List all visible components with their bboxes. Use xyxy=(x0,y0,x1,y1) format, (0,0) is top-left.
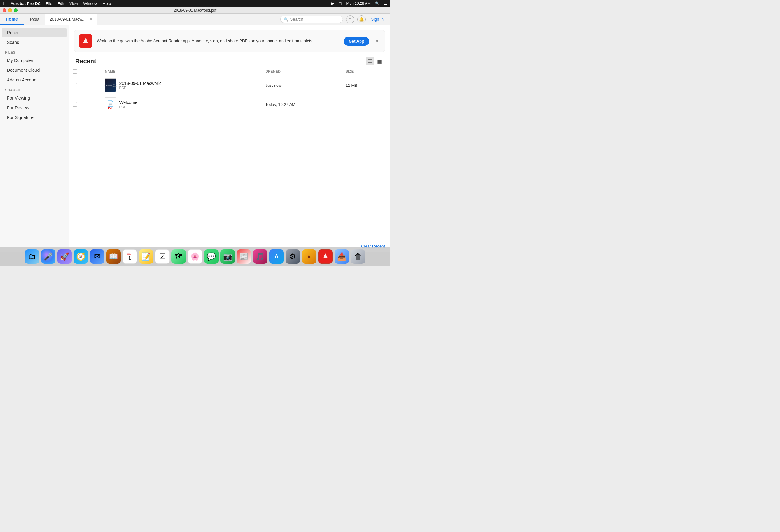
app-name: Acrobat Pro DC xyxy=(10,1,41,6)
col-header-size: SIZE xyxy=(342,67,390,76)
dock-item-siri[interactable]: 🎤 xyxy=(41,249,55,264)
dock-item-calendar[interactable]: OCT 1 xyxy=(123,249,137,264)
dock-item-downloads[interactable]: 📥 xyxy=(335,249,349,264)
dock-item-launchpad[interactable]: 🚀 xyxy=(57,249,72,264)
tabbar: Home Tools 2018-09-01 Macw... ✕ 🔍 ? 🔔 Si… xyxy=(0,14,390,25)
clock: Mon 10:28 AM xyxy=(346,1,371,6)
file-name: Welcome xyxy=(119,100,137,105)
menu-view[interactable]: View xyxy=(69,1,78,6)
dock-item-trash[interactable]: 🗑 xyxy=(351,249,365,264)
banner-acrobat-icon xyxy=(79,34,93,48)
select-all-checkbox[interactable] xyxy=(73,69,77,73)
recent-title: Recent xyxy=(75,58,96,65)
dock-item-finder[interactable]: 🗂 xyxy=(25,249,39,264)
sidebar-section-shared: SHARED xyxy=(0,85,69,93)
sidebar-item-document-cloud[interactable]: Document Cloud xyxy=(2,65,67,75)
file-name-cell: mac world APPLE WATCH 2018-09-01 Macworl… xyxy=(105,78,258,92)
close-file-tab-icon[interactable]: ✕ xyxy=(89,17,93,21)
dock-item-facetime[interactable]: 📷 xyxy=(221,249,235,264)
sidebar-item-recent[interactable]: Recent xyxy=(2,28,67,37)
dock-item-photos[interactable]: 🌸 xyxy=(188,249,202,264)
list-view-button[interactable]: ☰ xyxy=(366,57,374,65)
file-size: 11 MB xyxy=(342,76,390,95)
col-header-name: NAME xyxy=(101,67,261,76)
tab-home[interactable]: Home xyxy=(0,14,23,25)
dock-item-appstore[interactable]: A xyxy=(269,249,284,264)
dock-item-messages[interactable]: 💬 xyxy=(204,249,218,264)
file-type: PDF xyxy=(119,86,161,90)
titlebar: 2018-09-01 Macworld.pdf xyxy=(0,7,390,14)
apple-menu[interactable]:  xyxy=(2,1,4,6)
sidebar: Recent Scans FILES My Computer Document … xyxy=(0,25,69,252)
promo-banner: Work on the go with the Adobe Acrobat Re… xyxy=(74,30,385,52)
dock-item-news[interactable]: 📰 xyxy=(237,249,251,264)
sidebar-item-for-review[interactable]: For Review xyxy=(2,103,67,112)
file-name: 2018-09-01 Macworld xyxy=(119,81,161,86)
main-layout: Recent Scans FILES My Computer Document … xyxy=(0,25,390,252)
col-header-opened: OPENED xyxy=(261,67,342,76)
tab-tools[interactable]: Tools xyxy=(23,14,45,25)
dock-item-mail[interactable]: ✉ xyxy=(90,249,104,264)
sidebar-item-my-computer[interactable]: My Computer xyxy=(2,56,67,65)
sidebar-item-for-viewing[interactable]: For Viewing xyxy=(2,93,67,103)
menu-edit[interactable]: Edit xyxy=(57,1,64,6)
search-bar[interactable]: 🔍 xyxy=(280,16,343,23)
dock-item-notes[interactable]: 📝 xyxy=(139,249,153,264)
fullscreen-button[interactable] xyxy=(14,8,17,12)
files-table: NAME OPENED SIZE mac world APPLE WATCH 2… xyxy=(69,67,390,114)
get-app-button[interactable]: Get App xyxy=(344,37,369,46)
notifications-icon[interactable]: ☰ xyxy=(384,1,388,6)
sign-in-button[interactable]: Sign In xyxy=(369,16,386,23)
view-toggle-group: ☰ ▣ xyxy=(366,57,384,65)
recent-section-header: Recent ☰ ▣ xyxy=(69,55,390,67)
menu-help[interactable]: Help xyxy=(102,1,111,6)
sidebar-item-for-signature[interactable]: For Signature xyxy=(2,113,67,122)
notifications-button[interactable]: 🔔 xyxy=(357,15,365,23)
dock-item-noteshelf[interactable]: 📖 xyxy=(106,249,121,264)
table-row[interactable]: mac world APPLE WATCH 2018-09-01 Macworl… xyxy=(69,76,390,95)
sidebar-section-files: FILES xyxy=(0,47,69,55)
file-size: — xyxy=(342,95,390,114)
minimize-button[interactable] xyxy=(8,8,12,12)
menubar:  Acrobat Pro DC File Edit View Window H… xyxy=(0,0,390,7)
content-area: Work on the go with the Adobe Acrobat Re… xyxy=(69,25,390,252)
file-name-cell: 📄 PDF Welcome PDF xyxy=(105,97,258,111)
display-icon: ▢ xyxy=(339,1,342,6)
file-opened: Today, 10:27 AM xyxy=(261,95,342,114)
dock-item-music[interactable]: 🎵 xyxy=(253,249,267,264)
banner-close-button[interactable]: ✕ xyxy=(374,38,380,44)
file-type: PDF xyxy=(119,105,137,109)
grid-view-button[interactable]: ▣ xyxy=(375,57,384,65)
banner-text: Work on the go with the Adobe Acrobat Re… xyxy=(97,38,339,44)
menu-window[interactable]: Window xyxy=(83,1,97,6)
close-button[interactable] xyxy=(2,8,6,12)
search-icon: 🔍 xyxy=(284,17,288,21)
dock-item-reminders[interactable]: ☑ xyxy=(155,249,169,264)
row-checkbox[interactable] xyxy=(73,83,77,88)
dock-item-acrobat[interactable] xyxy=(318,249,333,264)
dock-item-maps[interactable]: 🗺 xyxy=(172,249,186,264)
file-opened: Just now xyxy=(261,76,342,95)
dock-item-vectorize[interactable]: ▲ xyxy=(302,249,316,264)
menu-extras-icon: ▶ xyxy=(331,1,334,6)
window-title: 2018-09-01 Macworld.pdf xyxy=(174,8,216,12)
search-input[interactable] xyxy=(290,17,340,21)
row-checkbox[interactable] xyxy=(73,102,77,107)
dock-item-safari[interactable]: 🧭 xyxy=(74,249,88,264)
dock: 🗂 🎤 🚀 🧭 ✉ 📖 OCT 1 📝 ☑ 🗺 🌸 💬 📷 📰 🎵 A ⚙ ▲ … xyxy=(0,247,390,266)
table-row[interactable]: 📄 PDF Welcome PDF Today, 10:27 AM — xyxy=(69,95,390,114)
search-menubar-icon[interactable]: 🔍 xyxy=(375,1,380,6)
sidebar-item-scans[interactable]: Scans xyxy=(2,38,67,47)
help-button[interactable]: ? xyxy=(346,15,354,23)
sidebar-item-add-account[interactable]: Add an Account xyxy=(2,75,67,85)
tab-open-file[interactable]: 2018-09-01 Macw... ✕ xyxy=(45,14,97,25)
menu-file[interactable]: File xyxy=(46,1,52,6)
dock-item-systemprefs[interactable]: ⚙ xyxy=(286,249,300,264)
